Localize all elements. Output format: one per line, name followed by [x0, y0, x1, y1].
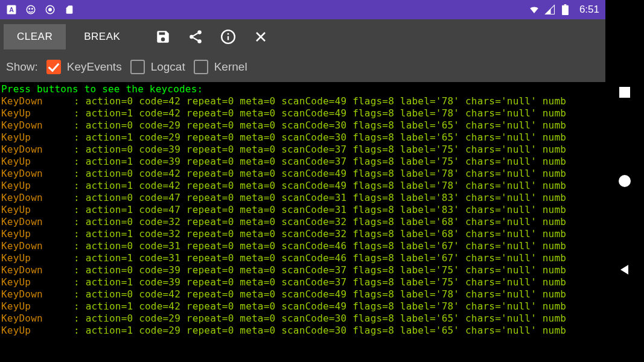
sd-card-icon [64, 4, 75, 15]
filter-show-label: Show: [6, 60, 38, 74]
info-icon[interactable] [214, 23, 242, 51]
terminal-line: KeyDown : action=0 code=29 repeat=0 meta… [1, 313, 605, 325]
terminal-line: KeyUp : action=1 code=32 repeat=0 meta=0… [1, 228, 605, 240]
terminal-line: KeyDown : action=0 code=39 repeat=0 meta… [1, 144, 605, 156]
svg-point-14 [228, 33, 229, 35]
svg-point-3 [29, 8, 30, 10]
save-icon[interactable] [149, 23, 177, 51]
checkbox-logcat[interactable]: Logcat [130, 60, 185, 74]
svg-point-4 [32, 8, 33, 10]
svg-text:A: A [9, 6, 14, 13]
wifi-icon [529, 4, 540, 15]
android-status-bar: A [0, 0, 605, 19]
status-clock: 6:51 [579, 4, 599, 16]
android-nav-bar [605, 0, 644, 362]
checkbox-label: Kernel [214, 60, 247, 74]
checkbox-label: Logcat [151, 60, 185, 74]
svg-point-10 [190, 35, 194, 39]
svg-point-11 [198, 39, 202, 43]
svg-rect-17 [619, 87, 630, 98]
nav-home-button[interactable] [618, 174, 631, 188]
checkbox-keyevents[interactable]: KeyEvents [46, 60, 122, 74]
terminal-line: KeyDown : action=0 code=29 repeat=0 meta… [1, 119, 605, 132]
terminal-line: KeyDown : action=0 code=42 repeat=0 meta… [1, 168, 605, 180]
terminal-line: KeyDown : action=0 code=42 repeat=0 meta… [1, 95, 605, 107]
keyboard-a-icon: A [6, 4, 17, 15]
terminal-output[interactable]: Press buttons to see the keycodes:KeyDow… [0, 82, 605, 362]
checkbox-icon [46, 60, 61, 74]
record-circle-icon [45, 4, 56, 15]
battery-icon [560, 4, 571, 15]
checkbox-kernel[interactable]: Kernel [194, 60, 247, 74]
terminal-line: KeyUp : action=1 code=39 repeat=0 meta=0… [1, 276, 605, 288]
terminal-line: KeyDown : action=0 code=39 repeat=0 meta… [1, 264, 605, 276]
app-toolbar: CLEAR BREAK Show: [0, 19, 605, 82]
terminal-line: KeyUp : action=1 code=29 repeat=0 meta=0… [1, 325, 605, 337]
checkbox-icon [194, 60, 208, 74]
terminal-line: KeyDown : action=0 code=47 repeat=0 meta… [1, 192, 605, 204]
terminal-line: KeyDown : action=0 code=32 repeat=0 meta… [1, 216, 605, 228]
terminal-line: KeyUp : action=1 code=42 repeat=0 meta=0… [1, 180, 605, 192]
svg-rect-8 [564, 4, 567, 5]
svg-rect-7 [563, 5, 569, 15]
svg-point-6 [48, 8, 52, 11]
checkbox-icon [130, 60, 145, 74]
terminal-line: KeyUp : action=1 code=29 repeat=0 meta=0… [1, 132, 605, 144]
terminal-line: KeyUp : action=1 code=31 repeat=0 meta=0… [1, 252, 605, 264]
svg-point-9 [198, 30, 202, 34]
terminal-line: KeyDown : action=0 code=42 repeat=0 meta… [1, 288, 605, 300]
terminal-line: KeyUp : action=1 code=42 repeat=0 meta=0… [1, 107, 605, 119]
terminal-header: Press buttons to see the keycodes: [1, 83, 605, 95]
terminal-line: KeyUp : action=1 code=42 repeat=0 meta=0… [1, 300, 605, 313]
svg-point-18 [619, 175, 631, 187]
terminal-line: KeyDown : action=0 code=31 repeat=0 meta… [1, 240, 605, 252]
nav-back-button[interactable] [618, 263, 631, 276]
close-icon[interactable] [247, 23, 275, 51]
cell-signal-icon [544, 4, 555, 15]
clear-button[interactable]: CLEAR [4, 24, 66, 49]
break-button[interactable]: BREAK [71, 24, 133, 49]
terminal-line: KeyUp : action=1 code=39 repeat=0 meta=0… [1, 156, 605, 168]
terminal-line: KeyUp : action=1 code=47 repeat=0 meta=0… [1, 204, 605, 216]
share-icon[interactable] [182, 23, 209, 51]
checkbox-label: KeyEvents [67, 60, 122, 74]
nav-recents-button[interactable] [618, 86, 631, 99]
face-outline-icon [25, 4, 36, 15]
